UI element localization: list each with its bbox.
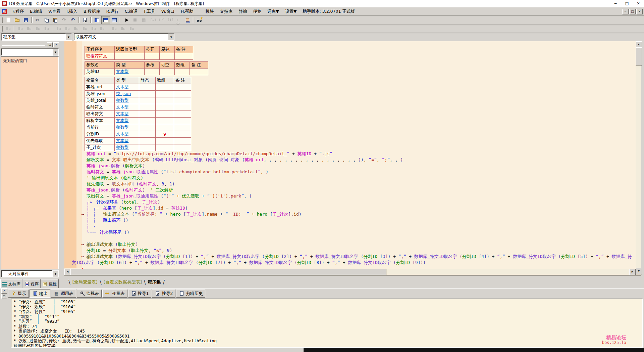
table-cell[interactable]: 子_计次 bbox=[85, 144, 115, 151]
table-cell[interactable] bbox=[174, 138, 191, 144]
menu-item[interactable]: H.帮助 bbox=[178, 8, 197, 15]
menu-item[interactable]: 设置▼ bbox=[282, 8, 300, 15]
subprogram-table[interactable]: 子程序名返回值类型公开易包备 注取推荐符文 bbox=[85, 46, 193, 60]
code-lines[interactable]: 英雄_url = “https://lol.qq.com/act/lbp/com… bbox=[69, 151, 636, 272]
subroutine-combo[interactable]: 取推荐符文 ▼ bbox=[74, 33, 174, 41]
code-line[interactable]: 优先选取 = 取文本中间 (临时符文, 3, 1) bbox=[69, 181, 636, 187]
save-button[interactable] bbox=[21, 16, 30, 24]
output-tab-变量表[interactable]: 变量表 bbox=[102, 290, 127, 298]
code-line[interactable]: 分割ID = 分割文本 (取出符文, “&”, 9) bbox=[69, 248, 636, 254]
table-cell[interactable] bbox=[160, 53, 175, 60]
table-cell[interactable]: 整数型 bbox=[115, 124, 139, 131]
table-cell[interactable]: 文本型 bbox=[115, 84, 139, 91]
code-line[interactable]: 英雄_json.解析 (解析文本) bbox=[69, 163, 636, 169]
table-cell[interactable] bbox=[190, 69, 208, 75]
table-cell[interactable] bbox=[156, 91, 174, 97]
smart-find-button[interactable]: ? bbox=[195, 16, 204, 24]
menu-item[interactable]: I.插入 bbox=[63, 8, 80, 15]
copy-button[interactable] bbox=[42, 16, 51, 24]
table-cell[interactable] bbox=[139, 91, 156, 97]
table-cell[interactable] bbox=[174, 84, 191, 91]
table-cell[interactable] bbox=[156, 84, 174, 91]
output-tab-监视表[interactable]: 监视表 bbox=[77, 290, 102, 298]
layout-horizontal-button[interactable] bbox=[101, 16, 110, 24]
table-cell[interactable]: 文本型 bbox=[115, 104, 139, 111]
table-cell[interactable] bbox=[156, 111, 174, 118]
scroll-right-icon[interactable]: ▶ bbox=[629, 269, 636, 275]
vertical-scrollbar[interactable]: ▲ ▼ bbox=[636, 41, 641, 274]
table-cell[interactable] bbox=[160, 69, 175, 75]
table-cell[interactable] bbox=[156, 118, 174, 124]
close-button[interactable]: ✕ bbox=[633, 0, 644, 7]
event-combo[interactable]: — 无对应事件 — ▼ bbox=[1, 270, 59, 277]
editor-tab-1[interactable]: [全局变量表] bbox=[72, 279, 98, 285]
code-line[interactable]: ┆ ┆ 跳出循环 () bbox=[69, 217, 636, 223]
table-cell[interactable]: 分割ID bbox=[85, 131, 115, 138]
code-line[interactable]: ▸▸输出调试文本 (取出符文) bbox=[69, 241, 636, 248]
table-cell[interactable] bbox=[156, 138, 174, 144]
table-cell[interactable]: 文本型 bbox=[115, 118, 139, 124]
table-cell[interactable]: 英雄_json bbox=[85, 91, 115, 97]
table-cell[interactable] bbox=[156, 104, 174, 111]
table-cell[interactable] bbox=[174, 111, 191, 118]
output-tab-调用表[interactable]: 调用表 bbox=[51, 290, 76, 298]
table-cell[interactable]: 9 bbox=[156, 131, 174, 138]
scroll-down-icon[interactable]: ▼ bbox=[636, 268, 642, 274]
cut-button[interactable] bbox=[34, 16, 42, 24]
open-file-button[interactable] bbox=[13, 16, 21, 24]
table-cell[interactable] bbox=[139, 111, 156, 118]
menu-item[interactable]: F.程序 bbox=[9, 8, 27, 15]
breakpoint-icon[interactable]: ▸▸ bbox=[69, 241, 87, 248]
output-tab-剪辑历史[interactable]: 剪辑历史 bbox=[176, 290, 205, 298]
table-cell[interactable] bbox=[139, 138, 156, 144]
table-cell[interactable] bbox=[139, 118, 156, 124]
menu-item[interactable]: E.编辑 bbox=[27, 8, 45, 15]
chevron-down-icon[interactable]: ▼ bbox=[168, 34, 174, 40]
pause-hand-button[interactable] bbox=[183, 16, 192, 24]
table-cell[interactable] bbox=[174, 144, 191, 151]
output-close-button[interactable]: ✕ bbox=[1, 289, 7, 294]
table-cell[interactable] bbox=[139, 131, 156, 138]
table-cell[interactable]: 文本型 bbox=[115, 138, 139, 144]
output-tab-搜寻2[interactable]: 搜寻2 bbox=[152, 290, 175, 298]
code-line[interactable]: 临时符文 = 英雄_json.取通用属性 (“list.championLane… bbox=[69, 169, 636, 175]
table-cell[interactable]: 解析文本 bbox=[85, 118, 115, 124]
scroll-up-icon[interactable]: ▲ bbox=[636, 41, 642, 48]
layout-grid-button[interactable] bbox=[110, 16, 119, 24]
sidebar-tab-program[interactable]: 程序 bbox=[22, 279, 41, 289]
minimize-button[interactable]: ─ bbox=[610, 0, 621, 7]
code-line[interactable] bbox=[69, 235, 636, 241]
table-cell[interactable]: 英雄_total bbox=[85, 97, 115, 104]
scroll-left-icon[interactable]: ◀ bbox=[64, 269, 71, 275]
output-console[interactable]: * “传说: 血统” │ “9103”* “传说: 欢欣” │ “9104”* … bbox=[11, 299, 643, 348]
table-cell[interactable]: 优先选取 bbox=[85, 138, 115, 144]
mdi-system-icon[interactable]: 易 bbox=[2, 9, 7, 14]
layout-vertical-button[interactable] bbox=[93, 16, 101, 24]
table-cell[interactable] bbox=[139, 124, 156, 131]
menu-item[interactable]: 助手版本: 3.2.0701 正式版 bbox=[300, 8, 358, 15]
table-cell[interactable]: 类_json bbox=[115, 91, 139, 97]
table-cell[interactable] bbox=[175, 69, 190, 75]
table-cell[interactable]: 文本型 bbox=[115, 111, 139, 118]
run-button[interactable] bbox=[122, 16, 131, 24]
code-line[interactable]: ▸▸输出调试文本 (数据库_符文ID取名字 (分割ID [1]) + “,” +… bbox=[69, 254, 636, 266]
mdi-restore-button[interactable]: □ bbox=[629, 9, 636, 14]
table-cell[interactable] bbox=[174, 124, 191, 131]
output-tab-搜寻1[interactable]: 搜寻1 bbox=[128, 290, 152, 298]
code-line[interactable]: ┌▸ 计次循环首 (total, 子_计次) bbox=[69, 199, 636, 205]
output-tab-输出[interactable]: 输出 bbox=[30, 290, 50, 298]
code-line[interactable]: ▸▸┆ ┆ 输出调试文本 (“当前选择: ” + hero [子_计次].nam… bbox=[69, 211, 636, 217]
table-cell[interactable] bbox=[139, 144, 156, 151]
window-combo[interactable]: ▼ bbox=[1, 48, 59, 56]
code-editor[interactable]: 子程序名返回值类型公开易包备 注取推荐符文 参数名类 型参考可空数组备 注英雄I… bbox=[64, 41, 641, 288]
scrollbar-thumb[interactable] bbox=[636, 47, 642, 65]
code-line[interactable]: 英雄_json.解析 (临时符文) ' 二次解析 bbox=[69, 187, 636, 193]
scrollbar-thumb[interactable] bbox=[70, 269, 386, 275]
table-cell[interactable] bbox=[115, 53, 145, 60]
table-cell[interactable]: 整数型 bbox=[115, 144, 139, 151]
table-cell[interactable] bbox=[156, 124, 174, 131]
table-cell[interactable]: 取出符文 bbox=[85, 111, 115, 118]
parameter-table[interactable]: 参数名类 型参考可空数组备 注英雄ID文本型 bbox=[85, 61, 208, 75]
table-cell[interactable]: 英雄_url bbox=[85, 84, 115, 91]
menu-item[interactable]: T.工具 bbox=[141, 8, 158, 15]
